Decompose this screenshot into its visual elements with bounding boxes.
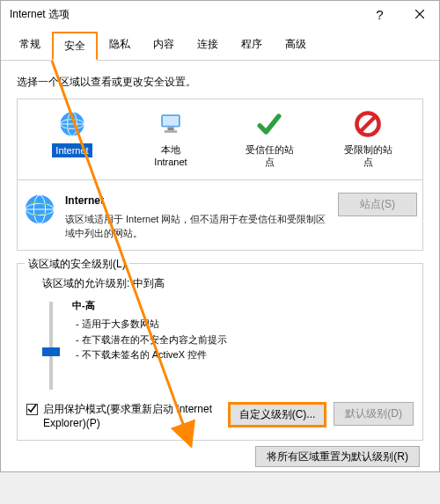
protected-mode-label: 启用保护模式(要求重新启动 Internet Explorer)(P)	[43, 402, 216, 432]
zone-info-desc: 该区域适用于 Internet 网站，但不适用于在受信任和受限制区域中列出的网站…	[65, 212, 329, 241]
tab-security[interactable]: 安全	[52, 32, 98, 61]
security-level-slider[interactable]	[42, 302, 60, 390]
tab-advanced[interactable]: 高级	[274, 31, 318, 60]
groupbox-title: 该区域的安全级别(L)	[25, 257, 129, 272]
tab-strip: 常规 安全 隐私 内容 连接 程序 高级	[1, 27, 439, 61]
prohibited-icon	[352, 108, 384, 140]
zone-caption-sub: Intranet	[123, 156, 218, 168]
slider-info: 中-高 - 适用于大多数网站 - 在下载潜在的不安全内容之前提示 - 不下载未签…	[72, 298, 414, 363]
zone-caption: 本地	[161, 143, 180, 156]
level-name: 中-高	[72, 298, 414, 314]
titlebar: Internet 选项 ?	[1, 1, 439, 27]
level-bullet: - 在下载潜在的不安全内容之前提示	[72, 332, 414, 348]
tab-content-area: 选择一个区域以查看或更改安全设置。 Internet 本地 Intranet	[1, 61, 439, 471]
zone-restricted-sites[interactable]: 受限制的站 点	[319, 106, 417, 172]
svg-rect-7	[163, 116, 179, 126]
globe-icon	[56, 108, 88, 140]
zone-caption: 受信任的站	[246, 143, 294, 156]
zone-caption-sub: 点	[320, 156, 415, 168]
allowed-levels-label: 该区域的允许级别: 中到高	[42, 276, 414, 291]
internet-options-dialog: Internet 选项 ? 常规 安全 隐私 内容 连接 程序 高级 选择一个区…	[0, 0, 440, 472]
zone-info-title: Internet	[65, 193, 329, 208]
level-bullet: - 不下载未签名的 ActiveX 控件	[72, 347, 414, 363]
window-title: Internet 选项	[10, 7, 360, 22]
tab-general[interactable]: 常规	[8, 31, 52, 60]
tab-connections[interactable]: 连接	[186, 31, 230, 60]
slider-track	[49, 302, 53, 390]
svg-line-11	[360, 116, 376, 132]
zone-caption: 受限制的站	[344, 143, 392, 156]
globe-icon	[23, 193, 56, 226]
zone-select-label: 选择一个区域以查看或更改安全设置。	[17, 75, 423, 90]
zone-internet[interactable]: Internet	[23, 106, 121, 172]
custom-level-button[interactable]: 自定义级别(C)...	[228, 402, 327, 427]
tab-programs[interactable]: 程序	[230, 31, 274, 60]
tab-content[interactable]: 内容	[142, 31, 186, 60]
sites-button[interactable]: 站点(S)	[338, 193, 417, 216]
checkbox[interactable]	[26, 404, 38, 415]
close-icon	[415, 8, 424, 21]
tab-privacy[interactable]: 隐私	[98, 31, 142, 60]
zone-trusted-sites[interactable]: 受信任的站 点	[220, 106, 319, 172]
computer-icon	[155, 108, 187, 140]
checkmark-icon	[253, 108, 285, 140]
zone-list: Internet 本地 Intranet 受信任的站 点	[17, 99, 423, 180]
security-level-group: 该区域的安全级别(L) 该区域的允许级别: 中到高 中-高 - 适用于大多数网站…	[17, 263, 423, 442]
svg-rect-8	[167, 128, 173, 131]
zone-caption-sub: 点	[222, 156, 317, 168]
reset-all-zones-button[interactable]: 将所有区域重置为默认级别(R)	[255, 446, 420, 467]
default-level-button[interactable]: 默认级别(D)	[334, 402, 414, 426]
protected-mode-checkbox-row[interactable]: 启用保护模式(要求重新启动 Internet Explorer)(P)	[26, 402, 216, 432]
zone-info: Internet 该区域适用于 Internet 网站，但不适用于在受信任和受限…	[17, 180, 423, 251]
slider-thumb[interactable]	[42, 347, 60, 356]
level-bullet: - 适用于大多数网站	[72, 317, 414, 332]
zone-local-intranet[interactable]: 本地 Intranet	[121, 106, 220, 172]
close-button[interactable]	[400, 1, 439, 27]
zone-caption: Internet	[52, 143, 92, 157]
help-button[interactable]: ?	[360, 1, 400, 27]
svg-rect-9	[165, 130, 177, 133]
